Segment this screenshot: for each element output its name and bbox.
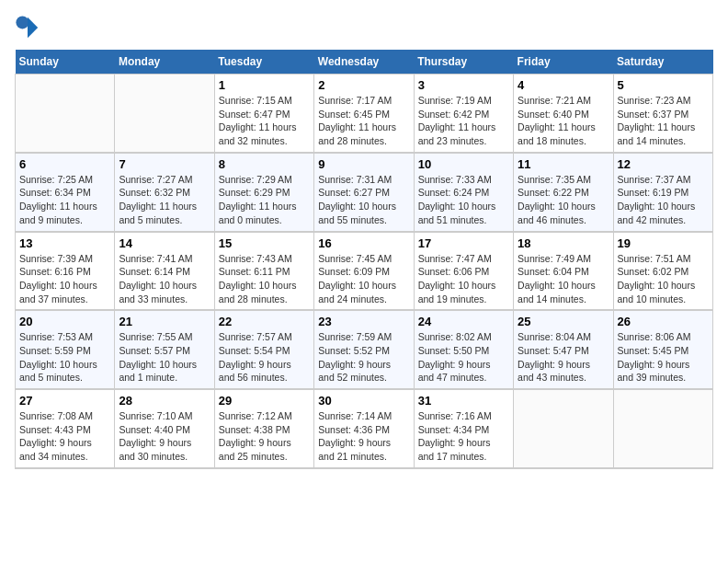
day-info: Sunrise: 7:41 AM Sunset: 6:14 PM Dayligh… <box>119 252 210 306</box>
column-header-monday: Monday <box>115 50 214 75</box>
day-info: Sunrise: 7:21 AM Sunset: 6:40 PM Dayligh… <box>518 94 609 148</box>
day-cell <box>115 75 214 153</box>
day-cell: 23Sunrise: 7:59 AM Sunset: 5:52 PM Dayli… <box>314 310 414 389</box>
day-cell: 3Sunrise: 7:19 AM Sunset: 6:42 PM Daylig… <box>414 75 513 153</box>
week-row-4: 20Sunrise: 7:53 AM Sunset: 5:59 PM Dayli… <box>16 310 713 389</box>
day-cell: 14Sunrise: 7:41 AM Sunset: 6:14 PM Dayli… <box>115 232 214 311</box>
day-info: Sunrise: 7:37 AM Sunset: 6:19 PM Dayligh… <box>618 173 709 227</box>
day-number: 12 <box>618 157 709 171</box>
day-cell: 24Sunrise: 8:02 AM Sunset: 5:50 PM Dayli… <box>414 310 513 389</box>
day-cell <box>514 389 613 468</box>
day-number: 7 <box>119 157 210 171</box>
column-header-saturday: Saturday <box>613 50 712 75</box>
day-number: 17 <box>418 236 509 250</box>
column-header-tuesday: Tuesday <box>214 50 313 75</box>
day-cell: 17Sunrise: 7:47 AM Sunset: 6:06 PM Dayli… <box>414 232 513 311</box>
column-header-friday: Friday <box>514 50 613 75</box>
day-number: 19 <box>618 236 709 250</box>
day-number: 31 <box>418 394 509 408</box>
day-cell: 30Sunrise: 7:14 AM Sunset: 4:36 PM Dayli… <box>314 389 414 468</box>
day-info: Sunrise: 7:51 AM Sunset: 6:02 PM Dayligh… <box>618 252 709 306</box>
column-header-thursday: Thursday <box>414 50 513 75</box>
day-cell: 16Sunrise: 7:45 AM Sunset: 6:09 PM Dayli… <box>314 232 414 311</box>
day-number: 16 <box>318 236 409 250</box>
week-row-2: 6Sunrise: 7:25 AM Sunset: 6:34 PM Daylig… <box>16 153 713 232</box>
day-number: 1 <box>219 78 310 92</box>
day-cell: 12Sunrise: 7:37 AM Sunset: 6:19 PM Dayli… <box>613 153 712 232</box>
day-info: Sunrise: 7:43 AM Sunset: 6:11 PM Dayligh… <box>219 252 310 306</box>
day-number: 6 <box>19 157 110 171</box>
day-info: Sunrise: 7:12 AM Sunset: 4:38 PM Dayligh… <box>219 409 310 464</box>
calendar-body: 1Sunrise: 7:15 AM Sunset: 6:47 PM Daylig… <box>16 75 713 468</box>
day-number: 13 <box>19 236 110 250</box>
day-info: Sunrise: 7:10 AM Sunset: 4:40 PM Dayligh… <box>119 409 210 464</box>
day-info: Sunrise: 7:49 AM Sunset: 6:04 PM Dayligh… <box>518 252 609 306</box>
day-number: 30 <box>318 394 409 408</box>
day-number: 24 <box>418 315 509 328</box>
week-row-3: 13Sunrise: 7:39 AM Sunset: 6:16 PM Dayli… <box>16 232 713 311</box>
day-info: Sunrise: 7:59 AM Sunset: 5:52 PM Dayligh… <box>318 330 409 385</box>
day-number: 28 <box>119 394 210 408</box>
day-cell <box>16 75 115 153</box>
day-cell: 8Sunrise: 7:29 AM Sunset: 6:29 PM Daylig… <box>214 153 313 232</box>
day-number: 29 <box>219 394 310 408</box>
day-info: Sunrise: 8:02 AM Sunset: 5:50 PM Dayligh… <box>418 330 509 385</box>
day-info: Sunrise: 7:23 AM Sunset: 6:37 PM Dayligh… <box>618 94 709 148</box>
day-number: 4 <box>518 78 609 92</box>
day-info: Sunrise: 7:27 AM Sunset: 6:32 PM Dayligh… <box>119 173 210 227</box>
calendar-header: SundayMondayTuesdayWednesdayThursdayFrid… <box>16 50 713 75</box>
day-info: Sunrise: 7:14 AM Sunset: 4:36 PM Dayligh… <box>318 409 409 464</box>
calendar-table: SundayMondayTuesdayWednesdayThursdayFrid… <box>15 50 713 469</box>
day-cell: 10Sunrise: 7:33 AM Sunset: 6:24 PM Dayli… <box>414 153 513 232</box>
day-info: Sunrise: 7:16 AM Sunset: 4:34 PM Dayligh… <box>418 409 509 464</box>
page-header <box>15 15 713 40</box>
day-cell <box>613 389 712 468</box>
day-cell: 20Sunrise: 7:53 AM Sunset: 5:59 PM Dayli… <box>16 310 115 389</box>
day-info: Sunrise: 7:29 AM Sunset: 6:29 PM Dayligh… <box>219 173 310 227</box>
day-cell: 2Sunrise: 7:17 AM Sunset: 6:45 PM Daylig… <box>314 75 414 153</box>
day-number: 23 <box>318 315 409 328</box>
logo <box>15 15 44 40</box>
day-number: 11 <box>518 157 609 171</box>
day-number: 21 <box>119 315 210 328</box>
day-info: Sunrise: 7:45 AM Sunset: 6:09 PM Dayligh… <box>318 252 409 306</box>
day-info: Sunrise: 7:47 AM Sunset: 6:06 PM Dayligh… <box>418 252 509 306</box>
day-number: 8 <box>219 157 310 171</box>
column-header-sunday: Sunday <box>16 50 115 75</box>
day-info: Sunrise: 7:57 AM Sunset: 5:54 PM Dayligh… <box>219 330 310 385</box>
day-number: 14 <box>119 236 210 250</box>
day-cell: 21Sunrise: 7:55 AM Sunset: 5:57 PM Dayli… <box>115 310 214 389</box>
logo-icon <box>15 15 40 40</box>
day-info: Sunrise: 7:33 AM Sunset: 6:24 PM Dayligh… <box>418 173 509 227</box>
day-cell: 19Sunrise: 7:51 AM Sunset: 6:02 PM Dayli… <box>613 232 712 311</box>
day-cell: 11Sunrise: 7:35 AM Sunset: 6:22 PM Dayli… <box>514 153 613 232</box>
day-cell: 26Sunrise: 8:06 AM Sunset: 5:45 PM Dayli… <box>613 310 712 389</box>
day-number: 9 <box>318 157 409 171</box>
day-cell: 7Sunrise: 7:27 AM Sunset: 6:32 PM Daylig… <box>115 153 214 232</box>
day-cell: 31Sunrise: 7:16 AM Sunset: 4:34 PM Dayli… <box>414 389 513 468</box>
day-info: Sunrise: 7:31 AM Sunset: 6:27 PM Dayligh… <box>318 173 409 227</box>
day-number: 27 <box>19 394 110 408</box>
column-header-wednesday: Wednesday <box>314 50 414 75</box>
day-cell: 6Sunrise: 7:25 AM Sunset: 6:34 PM Daylig… <box>16 153 115 232</box>
day-cell: 1Sunrise: 7:15 AM Sunset: 6:47 PM Daylig… <box>214 75 313 153</box>
day-cell: 27Sunrise: 7:08 AM Sunset: 4:43 PM Dayli… <box>16 389 115 468</box>
day-info: Sunrise: 7:53 AM Sunset: 5:59 PM Dayligh… <box>19 330 110 385</box>
day-cell: 22Sunrise: 7:57 AM Sunset: 5:54 PM Dayli… <box>214 310 313 389</box>
day-cell: 28Sunrise: 7:10 AM Sunset: 4:40 PM Dayli… <box>115 389 214 468</box>
day-info: Sunrise: 7:39 AM Sunset: 6:16 PM Dayligh… <box>19 252 110 306</box>
svg-point-0 <box>16 16 28 29</box>
day-cell: 13Sunrise: 7:39 AM Sunset: 6:16 PM Dayli… <box>16 232 115 311</box>
day-cell: 18Sunrise: 7:49 AM Sunset: 6:04 PM Dayli… <box>514 232 613 311</box>
day-info: Sunrise: 7:19 AM Sunset: 6:42 PM Dayligh… <box>418 94 509 148</box>
day-info: Sunrise: 8:04 AM Sunset: 5:47 PM Dayligh… <box>518 330 609 385</box>
day-cell: 29Sunrise: 7:12 AM Sunset: 4:38 PM Dayli… <box>214 389 313 468</box>
day-number: 3 <box>418 78 509 92</box>
day-info: Sunrise: 8:06 AM Sunset: 5:45 PM Dayligh… <box>618 330 709 385</box>
day-info: Sunrise: 7:35 AM Sunset: 6:22 PM Dayligh… <box>518 173 609 227</box>
day-number: 26 <box>618 315 709 328</box>
week-row-1: 1Sunrise: 7:15 AM Sunset: 6:47 PM Daylig… <box>16 75 713 153</box>
day-info: Sunrise: 7:15 AM Sunset: 6:47 PM Dayligh… <box>219 94 310 148</box>
header-row: SundayMondayTuesdayWednesdayThursdayFrid… <box>16 50 713 75</box>
day-cell: 9Sunrise: 7:31 AM Sunset: 6:27 PM Daylig… <box>314 153 414 232</box>
